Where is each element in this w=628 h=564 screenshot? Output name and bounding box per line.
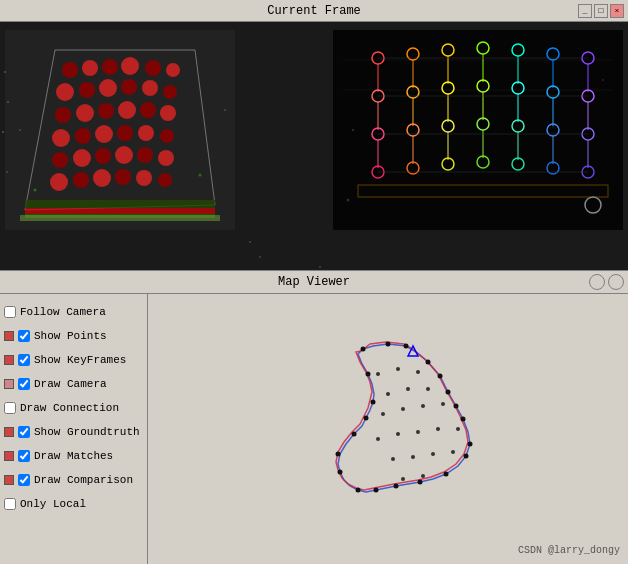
close-button[interactable]: × xyxy=(610,4,624,18)
svg-point-156 xyxy=(421,474,425,478)
svg-point-26 xyxy=(52,152,68,168)
draw-camera-checkbox[interactable] xyxy=(18,378,30,390)
svg-rect-41 xyxy=(20,215,220,221)
camera-left-view xyxy=(5,30,235,230)
map-btn-2[interactable] xyxy=(608,274,624,290)
svg-point-36 xyxy=(136,170,152,186)
svg-point-7 xyxy=(166,63,180,77)
svg-point-139 xyxy=(386,392,390,396)
svg-point-132 xyxy=(352,432,357,437)
svg-point-138 xyxy=(416,370,420,374)
draw-comparison-color xyxy=(4,475,14,485)
sidebar-item-draw-comparison[interactable]: Draw Comparison xyxy=(4,470,143,490)
sidebar-item-draw-camera[interactable]: Draw Camera xyxy=(4,374,143,394)
svg-point-145 xyxy=(441,402,445,406)
show-keyframes-color xyxy=(4,355,14,365)
draw-connection-label[interactable]: Draw Connection xyxy=(20,402,119,414)
svg-point-45 xyxy=(224,109,226,111)
svg-point-112 xyxy=(259,256,261,258)
svg-point-27 xyxy=(73,149,91,167)
title-bar: Current Frame _ □ × xyxy=(0,0,628,22)
map-viewer-label: Map Viewer xyxy=(278,275,350,289)
svg-point-135 xyxy=(366,372,371,377)
svg-point-105 xyxy=(602,79,604,81)
sidebar-item-follow-camera[interactable]: Follow Camera xyxy=(4,302,143,322)
svg-point-34 xyxy=(93,169,111,187)
map-btn-1[interactable] xyxy=(589,274,605,290)
sidebar-item-show-keyframes[interactable]: Show KeyFrames xyxy=(4,350,143,370)
svg-point-129 xyxy=(356,488,361,493)
show-keyframes-label[interactable]: Show KeyFrames xyxy=(34,354,126,366)
draw-comparison-checkbox[interactable] xyxy=(18,474,30,486)
sidebar-item-show-points[interactable]: Show Points xyxy=(4,326,143,346)
svg-rect-38 xyxy=(25,200,215,208)
show-keyframes-checkbox[interactable] xyxy=(18,354,30,366)
draw-comparison-label[interactable]: Draw Comparison xyxy=(34,474,133,486)
svg-point-137 xyxy=(396,367,400,371)
svg-point-155 xyxy=(401,477,405,481)
sidebar-item-show-groundtruth[interactable]: Show Groundtruth xyxy=(4,422,143,442)
svg-point-131 xyxy=(336,452,341,457)
only-local-label[interactable]: Only Local xyxy=(20,498,86,510)
show-points-label[interactable]: Show Points xyxy=(34,330,107,342)
svg-point-123 xyxy=(468,442,473,447)
svg-point-153 xyxy=(431,452,435,456)
svg-point-127 xyxy=(394,484,399,489)
map-area: CSDN @larry_dongy xyxy=(148,294,628,564)
svg-point-142 xyxy=(381,412,385,416)
svg-point-22 xyxy=(95,125,113,143)
show-points-checkbox[interactable] xyxy=(18,330,30,342)
svg-point-13 xyxy=(163,85,177,99)
camera-right-view xyxy=(333,30,623,230)
svg-point-144 xyxy=(421,404,425,408)
svg-point-121 xyxy=(454,404,459,409)
svg-point-147 xyxy=(396,432,400,436)
svg-point-146 xyxy=(376,437,380,441)
svg-point-31 xyxy=(158,150,174,166)
sidebar-item-draw-connection[interactable]: Draw Connection xyxy=(4,398,143,418)
show-groundtruth-checkbox[interactable] xyxy=(18,426,30,438)
bottom-section: Follow Camera Show Points Show KeyFrames… xyxy=(0,294,628,564)
draw-matches-checkbox[interactable] xyxy=(18,450,30,462)
maximize-button[interactable]: □ xyxy=(594,4,608,18)
svg-point-106 xyxy=(347,199,350,202)
svg-point-154 xyxy=(451,450,455,454)
svg-point-136 xyxy=(376,372,380,376)
sidebar-item-draw-matches[interactable]: Draw Matches xyxy=(4,446,143,466)
svg-point-130 xyxy=(338,470,343,475)
show-groundtruth-color xyxy=(4,427,14,437)
svg-point-118 xyxy=(426,360,431,365)
show-groundtruth-label[interactable]: Show Groundtruth xyxy=(34,426,140,438)
svg-point-21 xyxy=(75,128,91,144)
svg-point-30 xyxy=(137,147,153,163)
window-title: Current Frame xyxy=(267,4,361,18)
svg-point-9 xyxy=(79,82,95,98)
follow-camera-label[interactable]: Follow Camera xyxy=(20,306,106,318)
draw-connection-checkbox[interactable] xyxy=(4,402,16,414)
svg-point-17 xyxy=(118,101,136,119)
svg-point-133 xyxy=(364,416,369,421)
watermark: CSDN @larry_dongy xyxy=(518,545,620,556)
svg-point-148 xyxy=(416,430,420,434)
map-viewer-controls[interactable] xyxy=(589,274,624,290)
draw-matches-label[interactable]: Draw Matches xyxy=(34,450,113,462)
svg-point-8 xyxy=(56,83,74,101)
svg-point-29 xyxy=(115,146,133,164)
show-points-color xyxy=(4,331,14,341)
draw-matches-color xyxy=(4,451,14,461)
minimize-button[interactable]: _ xyxy=(578,4,592,18)
svg-point-19 xyxy=(160,105,176,121)
svg-point-32 xyxy=(50,173,68,191)
sidebar-item-only-local[interactable]: Only Local xyxy=(4,494,143,514)
svg-point-150 xyxy=(456,427,460,431)
only-local-checkbox[interactable] xyxy=(4,498,16,510)
draw-camera-label[interactable]: Draw Camera xyxy=(34,378,107,390)
map-svg xyxy=(148,294,628,564)
svg-point-18 xyxy=(140,102,156,118)
window-controls[interactable]: _ □ × xyxy=(578,4,624,18)
svg-point-20 xyxy=(52,129,70,147)
svg-point-115 xyxy=(361,347,366,352)
svg-point-37 xyxy=(158,173,172,187)
follow-camera-checkbox[interactable] xyxy=(4,306,16,318)
svg-point-116 xyxy=(386,342,391,347)
